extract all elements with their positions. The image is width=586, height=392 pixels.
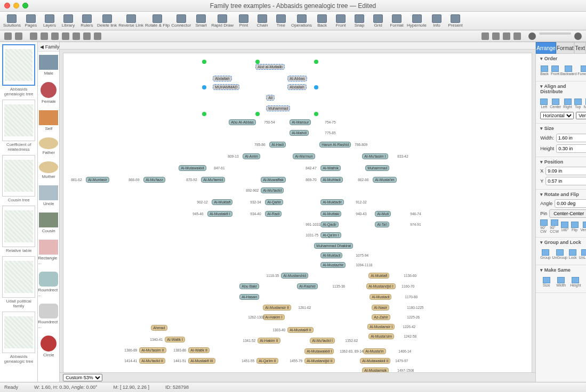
width-button[interactable]: Width <box>555 275 567 289</box>
align-horizontal-select[interactable]: Horizontal <box>540 112 574 119</box>
toolbar-operations[interactable]: Operations <box>291 12 312 30</box>
tree-node[interactable]: Al-Mansur <box>290 119 311 125</box>
tree-node[interactable]: Al-Muwaffak <box>261 177 285 183</box>
left-button[interactable]: Left <box>540 96 548 110</box>
tree-node[interactable]: Al-Qahir <box>265 199 283 205</box>
tree-node-selected[interactable]: Ali <box>266 95 275 101</box>
width-input[interactable] <box>556 134 586 142</box>
selection-handle[interactable] <box>255 112 260 116</box>
nav-back-icon[interactable]: ◀ <box>40 44 44 50</box>
top-button[interactable]: Top <box>574 96 582 110</box>
tree-node[interactable]: Al-Hakim II <box>258 338 280 344</box>
tree-node[interactable]: Al-Mustarshid <box>281 273 308 279</box>
front-button[interactable]: Front <box>551 63 559 77</box>
height-button[interactable]: Height <box>569 275 582 289</box>
selection-handle[interactable] <box>202 85 206 89</box>
center-button[interactable]: Center <box>550 96 561 110</box>
selection-handle[interactable] <box>202 112 206 116</box>
toolbar-info[interactable]: Info <box>428 12 445 30</box>
toolbar-chain[interactable]: Chain <box>254 12 271 30</box>
tree-node[interactable]: Az-Zahir <box>372 314 390 320</box>
tree-node[interactable]: Al-Radi <box>265 211 282 217</box>
toolbar-pages[interactable]: Pages <box>22 12 39 30</box>
curve-tool[interactable] <box>62 32 69 40</box>
backward-button[interactable]: Backward <box>561 63 575 77</box>
tree-node[interactable]: Al-Qadir <box>320 222 339 227</box>
tree-node[interactable]: Al-Musta'in <box>363 348 386 354</box>
tree-node[interactable]: Al-Mustansir I <box>367 324 395 330</box>
tree-node[interactable]: Al-Hasan <box>239 294 259 300</box>
tree-node[interactable]: Al-Mustandjid II <box>304 358 334 364</box>
library-shape[interactable]: Circle <box>38 332 59 361</box>
tree-node[interactable]: Muhammad Dhakirat <box>314 243 353 249</box>
library-shape[interactable]: Female <box>38 79 59 107</box>
toolbar-rapid-draw[interactable]: Rapid Draw <box>211 12 234 30</box>
tree-node[interactable]: Al-Mutawakkil I <box>304 348 334 354</box>
zoom-slider[interactable] <box>539 32 571 35</box>
page-thumb[interactable] <box>2 206 35 247</box>
toolbar-solutions[interactable]: Solutions <box>3 12 21 30</box>
tree-node[interactable]: Al-Qa'im I <box>320 232 341 238</box>
tree-node[interactable]: Al-Mu'tasim I <box>362 153 388 159</box>
tree-node[interactable]: Al-Muktadi <box>320 252 342 258</box>
tree-node-selected[interactable]: Abdallah <box>287 84 306 90</box>
tree-node-selected[interactable]: Abd al-Muttalib <box>255 64 285 70</box>
selection-handle[interactable] <box>314 112 318 116</box>
toolbar-grid[interactable]: Grid <box>370 12 387 30</box>
tree-node[interactable]: Al-Mu'tadid I <box>310 338 335 344</box>
tree-node[interactable]: Al-Mustansir II <box>263 305 291 311</box>
--button[interactable]: 180° <box>561 219 568 233</box>
toolbar-smart[interactable]: Smart <box>192 12 210 30</box>
tree-node-selected[interactable]: Abdallah <box>213 76 231 81</box>
unlock-button[interactable]: UnLock <box>579 247 586 261</box>
library-shape[interactable]: Male <box>38 52 59 79</box>
eyedropper-tool[interactable] <box>513 32 521 40</box>
back-button[interactable]: Back <box>540 63 549 77</box>
library-shape[interactable]: Self <box>38 107 59 134</box>
tree-node[interactable]: Al-Mustamsik <box>362 368 389 372</box>
library-shape[interactable]: Mother <box>38 158 59 182</box>
page-thumb[interactable] <box>2 44 35 86</box>
toolbar-back[interactable]: Back <box>314 12 331 30</box>
tree-node[interactable]: Ahmad <box>151 325 167 331</box>
tree-node[interactable]: Al-Qa'im II <box>256 358 278 364</box>
tree-node[interactable]: Al-Musta'sim <box>368 333 394 339</box>
tree-node[interactable]: Al-Mahdi <box>290 130 309 136</box>
tree-node[interactable]: Al-Amin <box>243 153 260 159</box>
tree-node[interactable]: Al-Watik I <box>165 337 185 342</box>
pin-select[interactable]: Center-Center <box>549 209 586 218</box>
tree-node[interactable]: Al-Mu'tazz <box>143 177 165 183</box>
library-shape[interactable]: Roundrect ... <box>38 268 59 300</box>
tree-node[interactable]: Al-Muti <box>375 211 391 217</box>
toolbar-front[interactable]: Front <box>332 12 349 30</box>
angle-input[interactable] <box>555 199 586 208</box>
rect-tool[interactable] <box>30 32 37 40</box>
ellipse-tool[interactable] <box>41 32 48 40</box>
library-shape[interactable]: Cousin <box>38 209 59 236</box>
-cw-button[interactable]: 90° CW <box>540 219 548 233</box>
zoom-plus-icon[interactable] <box>574 32 582 40</box>
tree-node[interactable]: Al-Ma'mun <box>293 153 315 159</box>
forward-button[interactable]: Forward <box>577 63 586 77</box>
tree-node[interactable]: Al-Mu'tadid <box>261 187 284 193</box>
toolbar-layers[interactable]: Layers <box>41 12 58 30</box>
tree-node[interactable]: Al-Rashid <box>297 283 317 289</box>
pen-tool[interactable] <box>83 32 91 40</box>
tree-node[interactable]: Al-Mustadi <box>370 294 391 300</box>
tree-node[interactable]: Abu Al-Abbas <box>229 119 255 125</box>
tree-node[interactable]: Al-Muktadir <box>320 199 343 205</box>
tree-node[interactable]: Al-Wathik <box>320 165 341 171</box>
toolbar-rulers[interactable]: Rulers <box>78 12 95 30</box>
line-tool[interactable] <box>51 32 59 40</box>
tab-arrange-size[interactable]: Arrange & Size <box>536 42 556 54</box>
tree-node-selected[interactable]: Muhammad <box>266 105 290 111</box>
tree-node[interactable]: Al-Mu'tadid II <box>139 358 165 364</box>
tab-format[interactable]: Format <box>556 42 574 54</box>
height-input[interactable] <box>556 144 586 153</box>
brush-tool[interactable] <box>94 32 101 40</box>
tree-node[interactable]: Abu Bakr <box>239 283 259 289</box>
tree-node[interactable]: Al-Mustakfi I <box>207 211 232 217</box>
pointer-tool[interactable] <box>4 32 12 40</box>
zoom-out-tool[interactable] <box>481 32 489 40</box>
library-shape[interactable]: Rectangle ... <box>38 236 59 268</box>
